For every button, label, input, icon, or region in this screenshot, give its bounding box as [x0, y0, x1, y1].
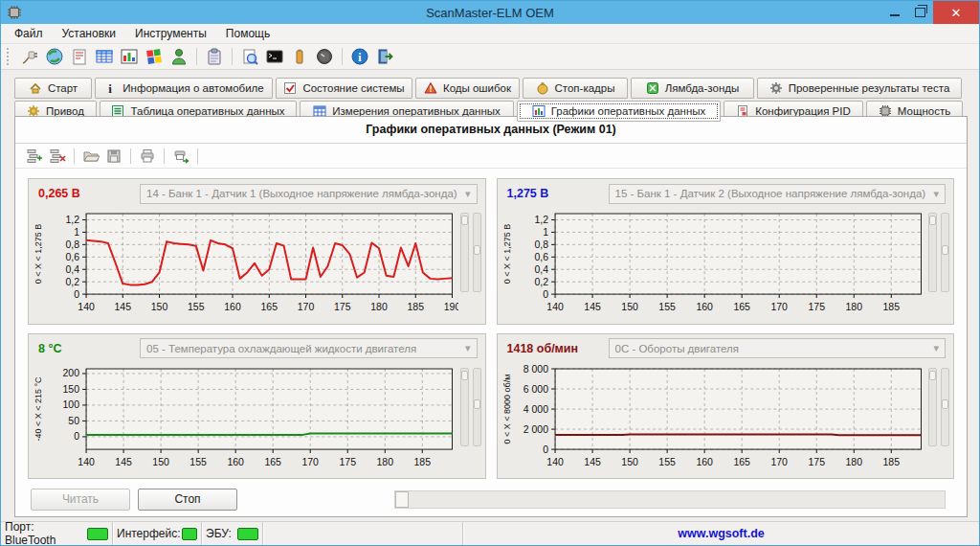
- user-icon[interactable]: [168, 46, 189, 67]
- pid-select-value: 05 - Температура охлаждающей жидкости дв…: [146, 343, 465, 354]
- tab-label: Состояние системы: [302, 82, 404, 94]
- clipboard-icon[interactable]: [204, 46, 225, 67]
- data-table-icon[interactable]: [94, 46, 115, 67]
- menu-help[interactable]: Помощь: [216, 25, 279, 42]
- svg-text:160: 160: [696, 302, 713, 313]
- connect-plug-icon[interactable]: [19, 46, 40, 67]
- close-button[interactable]: ✕: [933, 1, 979, 24]
- print-icon[interactable]: [138, 147, 157, 166]
- toolbar-grip: [7, 48, 11, 65]
- chart-vscroll-track[interactable]: [928, 368, 937, 447]
- pid-select[interactable]: 05 - Температура охлаждающей жидкости дв…: [140, 338, 478, 358]
- exit-door-icon[interactable]: [374, 46, 395, 67]
- chart-vscroll-thumb[interactable]: [461, 216, 468, 225]
- svg-text:0,6: 0,6: [65, 251, 79, 262]
- svg-text:0 < X < 1,275 В: 0 < X < 1,275 В: [502, 224, 512, 284]
- chart-zoom-thumb[interactable]: [942, 245, 948, 255]
- tab-live-data-graphs[interactable]: Графики оперативных данных: [517, 101, 721, 122]
- window-tiles-icon[interactable]: [144, 46, 165, 67]
- report-icon[interactable]: [69, 46, 90, 67]
- svg-text:0 < X < 1,275 В: 0 < X < 1,275 В: [33, 224, 43, 284]
- read-button[interactable]: Читать: [31, 489, 130, 511]
- menu-file[interactable]: Файл: [5, 25, 53, 42]
- chart-zoom-thumb[interactable]: [942, 399, 948, 409]
- battery-icon[interactable]: [289, 46, 310, 67]
- chart-vscroll-thumb[interactable]: [929, 216, 936, 225]
- svg-text:175: 175: [334, 302, 351, 313]
- svg-text:165: 165: [733, 456, 750, 467]
- bar-chart-icon[interactable]: [119, 46, 140, 67]
- svg-text:180: 180: [845, 456, 862, 467]
- svg-text:0,6: 0,6: [534, 251, 548, 262]
- open-file-icon[interactable]: [81, 147, 100, 166]
- pid-select-value: 0C - Обороты двигателя: [615, 343, 934, 354]
- terminal-icon[interactable]: [264, 46, 285, 67]
- svg-text:145: 145: [115, 456, 132, 467]
- pid-select[interactable]: 14 - Банк 1 - Датчик 1 (Выходное напряже…: [140, 184, 478, 204]
- toolbar-separator: [232, 48, 233, 65]
- svg-text:8 000: 8 000: [523, 365, 547, 375]
- tab-lambda-sensors[interactable]: Лямбда-зонды: [631, 78, 754, 99]
- export-print-icon[interactable]: [171, 147, 190, 166]
- chart-vscroll-track[interactable]: [460, 213, 469, 292]
- svg-text:0,4: 0,4: [65, 263, 79, 275]
- chart-zoom-track[interactable]: [473, 213, 481, 292]
- svg-text:145: 145: [584, 302, 601, 313]
- pid-select-value: 14 - Банк 1 - Датчик 1 (Выходное напряже…: [146, 188, 465, 199]
- svg-text:i: i: [108, 81, 112, 95]
- pid-select-value: 15 - Банк 1 - Датчик 2 (Выходное напряже…: [615, 188, 934, 199]
- info-icon[interactable]: i: [349, 46, 370, 67]
- website-link[interactable]: www.wgsoft.de: [678, 527, 765, 540]
- timeline-scrollbar[interactable]: [394, 490, 946, 509]
- chart-zoom-track[interactable]: [941, 368, 949, 447]
- menu-settings[interactable]: Установки: [53, 25, 125, 42]
- tab-label: Старт: [48, 82, 78, 94]
- timeline-scrollbar-thumb[interactable]: [395, 491, 409, 508]
- chart-vscroll-thumb[interactable]: [461, 371, 468, 380]
- panel-body: 00,20,40,60,811,214014515015516016517017…: [498, 208, 954, 323]
- tab-freeze-frames[interactable]: Стоп-кадры: [523, 78, 628, 99]
- svg-text:160: 160: [696, 456, 713, 467]
- chart-zoom-track[interactable]: [473, 368, 481, 447]
- chart-toolbar-separator: [164, 148, 165, 164]
- remove-graph-icon[interactable]: [48, 147, 67, 166]
- minimize-button[interactable]: [881, 1, 907, 24]
- svg-text:200: 200: [63, 367, 80, 378]
- pid-select[interactable]: 0C - Обороты двигателя ▾: [609, 338, 947, 358]
- menu-tools[interactable]: Инструменты: [125, 25, 216, 42]
- search-document-icon[interactable]: [239, 46, 260, 67]
- chart-vscroll-track[interactable]: [928, 213, 937, 292]
- svg-text:0 < X < 8000 об/м: 0 < X < 8000 об/м: [502, 374, 512, 444]
- svg-text:175: 175: [808, 456, 825, 467]
- current-value: 1418 об/мин: [507, 342, 599, 355]
- tab-system-status[interactable]: Состояние системы: [276, 78, 412, 99]
- chart-vscroll-thumb[interactable]: [929, 371, 936, 380]
- chart-zoom-thumb[interactable]: [474, 245, 480, 255]
- save-file-icon[interactable]: [104, 147, 123, 166]
- add-graph-icon[interactable]: [25, 147, 44, 166]
- home-icon: [29, 81, 42, 95]
- svg-text:150: 150: [151, 302, 168, 313]
- tab-start[interactable]: Старт: [14, 78, 92, 99]
- svg-text:0: 0: [74, 430, 79, 442]
- svg-text:155: 155: [658, 456, 676, 467]
- svg-text:-40 < X < 215 °C: -40 < X < 215 °C: [33, 376, 43, 442]
- chart-zoom-thumb[interactable]: [474, 399, 480, 409]
- tab-label: Стоп-кадры: [555, 82, 615, 94]
- pid-select[interactable]: 15 - Банк 1 - Датчик 2 (Выходное напряже…: [609, 184, 947, 204]
- svg-text:150: 150: [63, 383, 80, 395]
- globe-icon[interactable]: [44, 46, 65, 67]
- chart-zoom-track[interactable]: [941, 213, 949, 292]
- stop-button[interactable]: Стоп: [138, 489, 237, 511]
- svg-text:180: 180: [845, 302, 862, 313]
- tab-error-codes[interactable]: Коды ошибок: [415, 78, 520, 99]
- restore-button[interactable]: [907, 1, 933, 24]
- svg-text:165: 165: [733, 302, 750, 313]
- gear-icon: [769, 81, 783, 95]
- tab-vehicle-info[interactable]: i Информация о автомобиле: [95, 78, 273, 99]
- gauge-icon[interactable]: [314, 46, 335, 67]
- tab-test-results[interactable]: Проверенные результаты теста: [757, 78, 962, 99]
- chart-vscroll-track[interactable]: [460, 368, 469, 447]
- svg-text:150: 150: [621, 456, 638, 467]
- bottom-bar: Читать Стоп: [15, 483, 967, 516]
